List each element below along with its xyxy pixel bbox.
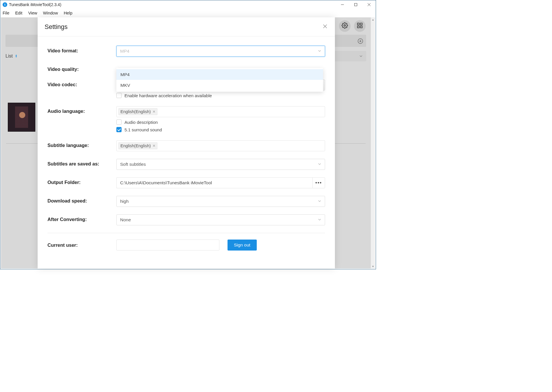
label-subtitle-language: Subtitle language:	[47, 140, 116, 148]
subtitles-saved-value: Soft subtitles	[120, 162, 146, 167]
label-download-speed: Download speed:	[47, 196, 116, 204]
label-after-converting: After Converting:	[47, 214, 116, 222]
after-converting-select[interactable]: None	[116, 214, 325, 225]
download-speed-select[interactable]: high	[116, 196, 325, 207]
menu-help[interactable]: Help	[64, 11, 72, 15]
grid-view-button[interactable]	[354, 20, 366, 32]
output-folder-path[interactable]: C:\Users\A\Documents\TunesBank iMovieToo…	[116, 177, 312, 188]
settings-button[interactable]	[339, 20, 351, 32]
video-format-option-mp4[interactable]: MP4	[116, 69, 323, 80]
video-format-option-mkv[interactable]: MKV	[116, 80, 323, 91]
close-icon	[323, 25, 327, 30]
subtitle-language-tag[interactable]: English(English) ✕	[118, 142, 157, 149]
row-current-user: Current user: Sign out	[47, 240, 325, 251]
grid-icon	[357, 22, 363, 30]
download-speed-value: high	[120, 199, 129, 204]
hw-accel-row: Enable hardware acceleration when availa…	[116, 93, 325, 98]
remove-tag-icon[interactable]: ✕	[153, 144, 155, 148]
row-subtitles-saved: Subtitles are saved as: Soft subtitles	[47, 159, 325, 170]
menu-view[interactable]: View	[28, 11, 37, 15]
chevron-down-icon	[318, 162, 321, 167]
row-subtitle-language: Subtitle language: English(English) ✕	[47, 140, 325, 151]
surround-label: 5.1 surround sound	[124, 127, 162, 132]
audio-description-checkbox[interactable]	[116, 119, 122, 125]
titlebar: t TunesBank iMovieTool(2.3.4)	[0, 0, 376, 9]
chevron-down-icon	[318, 199, 321, 204]
row-video-format: Video format: MP4	[47, 46, 325, 57]
surround-row: 5.1 surround sound	[116, 127, 325, 132]
gear-icon	[342, 22, 348, 30]
video-format-dropdown: MP4 MKV	[116, 68, 323, 92]
row-output-folder: Output Folder: C:\Users\A\Documents\Tune…	[47, 177, 325, 188]
label-audio-language: Audio language:	[47, 106, 116, 114]
sign-out-label: Sign out	[234, 242, 250, 248]
close-button[interactable]	[362, 0, 376, 9]
settings-modal: Settings Video format: MP4 V	[38, 17, 335, 268]
current-user-input[interactable]	[116, 240, 219, 251]
scroll-down-arrow-icon[interactable]: ▾	[371, 264, 375, 268]
label-subtitles-saved: Subtitles are saved as:	[47, 159, 116, 167]
window-controls	[336, 0, 376, 9]
audio-description-label: Audio description	[124, 120, 158, 125]
ellipsis-icon: •••	[316, 180, 322, 185]
row-audio-language: Audio language: English(English) ✕ Audio…	[47, 106, 325, 132]
download-icon	[357, 38, 363, 45]
modal-close-button[interactable]	[323, 24, 327, 30]
menu-window[interactable]: Window	[43, 11, 58, 15]
maximize-button[interactable]	[349, 0, 362, 9]
svg-rect-1	[355, 3, 357, 6]
row-download-speed: Download speed: high	[47, 196, 325, 207]
browse-button[interactable]: •••	[312, 177, 325, 188]
modal-header: Settings	[38, 17, 335, 36]
subtitle-language-select[interactable]: English(English) ✕	[116, 140, 325, 151]
sort-icon[interactable]: ▲▼	[15, 54, 17, 58]
svg-rect-5	[357, 23, 359, 25]
hw-accel-label: Enable hardware acceleration when availa…	[124, 93, 212, 98]
svg-rect-7	[357, 26, 359, 28]
label-video-codec: Video codec:	[47, 80, 116, 87]
menu-file[interactable]: File	[3, 11, 9, 15]
menu-edit[interactable]: Edit	[15, 11, 22, 15]
hw-accel-checkbox[interactable]	[116, 93, 122, 98]
svg-rect-8	[360, 26, 362, 28]
video-format-value: MP4	[120, 49, 129, 54]
remove-tag-icon[interactable]: ✕	[153, 110, 155, 114]
label-video-quality: Video quality:	[47, 64, 116, 72]
label-output-folder: Output Folder:	[47, 177, 116, 185]
app-icon: t	[3, 2, 7, 7]
sign-out-button[interactable]: Sign out	[228, 240, 257, 251]
row-after-converting: After Converting: None	[47, 214, 325, 225]
app-window: t TunesBank iMovieTool(2.3.4) File Edit …	[0, 0, 376, 269]
divider	[47, 233, 325, 233]
audio-language-tag-text: English(English)	[120, 109, 151, 114]
subtitle-language-tag-text: English(English)	[120, 143, 151, 148]
audio-language-select[interactable]: English(English) ✕	[116, 106, 325, 117]
minimize-button[interactable]	[336, 0, 349, 9]
label-video-format: Video format:	[47, 46, 116, 54]
chevron-down-icon	[318, 49, 321, 54]
audio-description-row: Audio description	[116, 119, 325, 125]
output-folder-group: C:\Users\A\Documents\TunesBank iMovieToo…	[116, 177, 325, 188]
scroll-up-arrow-icon[interactable]: ▴	[371, 17, 375, 22]
chevron-down-icon	[318, 217, 321, 222]
modal-title: Settings	[45, 23, 68, 31]
video-format-select[interactable]: MP4	[116, 46, 325, 57]
after-converting-value: None	[120, 217, 131, 222]
surround-checkbox[interactable]	[116, 127, 122, 132]
chevron-down-icon	[359, 54, 363, 59]
svg-point-4	[344, 25, 346, 26]
audio-language-tag[interactable]: English(English) ✕	[118, 108, 157, 115]
subtitles-saved-select[interactable]: Soft subtitles	[116, 159, 325, 170]
vertical-scrollbar[interactable]: ▴ ▾	[371, 17, 375, 268]
label-current-user: Current user:	[47, 242, 116, 248]
window-title: TunesBank iMovieTool(2.3.4)	[9, 2, 61, 7]
video-thumbnail[interactable]	[8, 103, 35, 132]
menubar: File Edit View Window Help	[0, 9, 376, 17]
svg-rect-6	[360, 23, 362, 25]
list-label[interactable]: List	[5, 54, 13, 59]
